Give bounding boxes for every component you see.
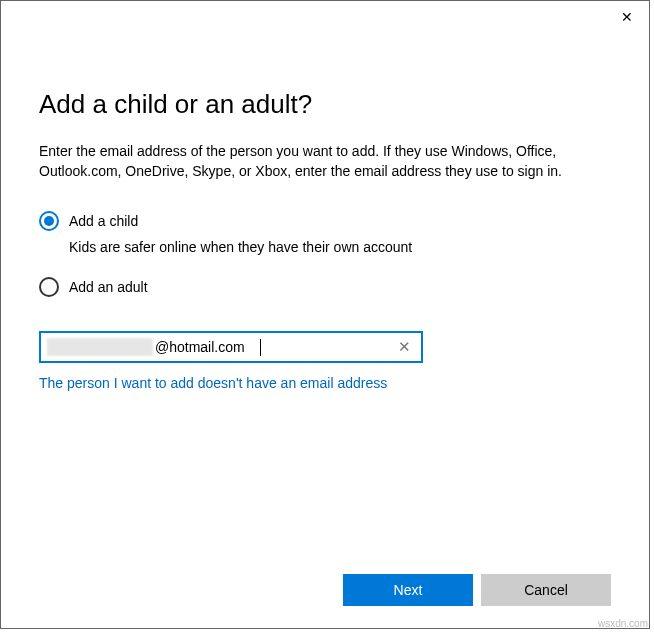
radio-add-child[interactable]: Add a child (39, 211, 611, 231)
clear-input-button[interactable]: ✕ (394, 338, 415, 356)
dialog-content: Add a child or an adult? Enter the email… (1, 31, 649, 391)
next-button[interactable]: Next (343, 574, 473, 606)
no-email-link[interactable]: The person I want to add doesn't have an… (39, 375, 611, 391)
close-icon: ✕ (621, 9, 633, 25)
email-masked-prefix (47, 338, 153, 356)
radio-add-adult[interactable]: Add an adult (39, 277, 611, 297)
radio-group: Add a child Kids are safer online when t… (39, 211, 611, 297)
watermark-text: wsxdn.com (598, 618, 648, 629)
close-button[interactable]: ✕ (604, 1, 649, 31)
radio-add-adult-label: Add an adult (69, 279, 148, 295)
dialog-window: ✕ Add a child or an adult? Enter the ema… (0, 0, 650, 629)
cancel-button[interactable]: Cancel (481, 574, 611, 606)
radio-icon (39, 211, 59, 231)
radio-add-child-label: Add a child (69, 213, 138, 229)
text-caret (260, 339, 261, 356)
email-field[interactable]: @hotmail.com ✕ (39, 331, 423, 363)
button-bar: Next Cancel (343, 574, 611, 606)
radio-add-child-hint: Kids are safer online when they have the… (69, 239, 611, 255)
page-title: Add a child or an adult? (39, 89, 611, 120)
radio-icon (39, 277, 59, 297)
close-icon: ✕ (398, 338, 411, 355)
description-text: Enter the email address of the person yo… (39, 142, 611, 181)
titlebar: ✕ (1, 1, 649, 31)
email-suffix: @hotmail.com (155, 339, 394, 355)
